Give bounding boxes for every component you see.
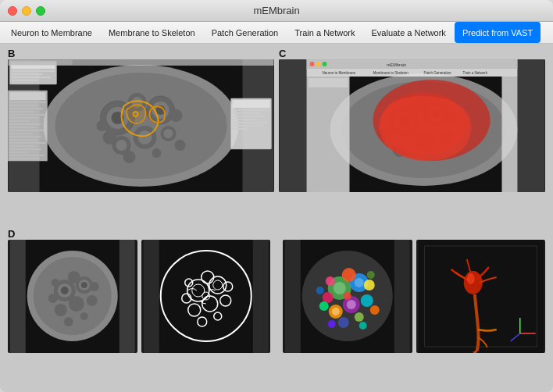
svg-point-18 bbox=[164, 129, 173, 138]
panel-d-sub-2 bbox=[141, 240, 271, 353]
svg-rect-43 bbox=[9, 91, 48, 161]
svg-rect-28 bbox=[12, 70, 55, 72]
svg-point-121 bbox=[64, 317, 73, 326]
svg-rect-56 bbox=[10, 136, 41, 137]
svg-point-115 bbox=[68, 271, 80, 283]
svg-marker-143 bbox=[285, 240, 301, 353]
svg-point-164 bbox=[334, 282, 346, 294]
svg-rect-103 bbox=[503, 88, 512, 90]
panel-b: B bbox=[8, 50, 274, 226]
svg-point-155 bbox=[355, 312, 364, 322]
svg-rect-39 bbox=[233, 119, 256, 120]
svg-text:Membrane to Skeleton: Membrane to Skeleton bbox=[373, 71, 409, 75]
svg-text:Neuron to Membrane: Neuron to Membrane bbox=[323, 71, 356, 75]
svg-rect-35 bbox=[233, 100, 270, 108]
svg-point-161 bbox=[344, 292, 351, 300]
svg-rect-29 bbox=[12, 73, 43, 75]
svg-point-151 bbox=[361, 294, 373, 307]
svg-rect-95 bbox=[309, 89, 348, 91]
panel-d: D bbox=[8, 230, 545, 387]
svg-point-19 bbox=[170, 109, 183, 122]
svg-rect-168 bbox=[418, 240, 543, 353]
svg-marker-66 bbox=[518, 59, 545, 192]
svg-rect-96 bbox=[309, 92, 340, 94]
svg-point-157 bbox=[319, 301, 329, 311]
panel-d-inner bbox=[8, 240, 545, 353]
svg-point-153 bbox=[323, 292, 334, 303]
svg-marker-105 bbox=[10, 240, 26, 353]
traffic-lights bbox=[8, 6, 45, 16]
svg-point-163 bbox=[367, 271, 375, 279]
svg-rect-93 bbox=[307, 77, 350, 192]
svg-point-4 bbox=[55, 73, 227, 179]
svg-point-160 bbox=[359, 322, 367, 330]
window-title: mEMbrain bbox=[253, 5, 299, 16]
svg-marker-106 bbox=[120, 240, 135, 353]
svg-rect-30 bbox=[12, 77, 51, 78]
svg-point-86 bbox=[323, 62, 327, 66]
svg-point-114 bbox=[81, 282, 87, 288]
svg-text:Patch Generation: Patch Generation bbox=[424, 71, 452, 75]
panel-b-label: B bbox=[8, 48, 15, 59]
svg-rect-41 bbox=[233, 125, 262, 127]
svg-point-148 bbox=[342, 268, 356, 282]
panel-d-sub-3 bbox=[283, 240, 412, 353]
svg-point-14 bbox=[138, 130, 152, 144]
svg-rect-54 bbox=[10, 130, 45, 131]
svg-rect-62 bbox=[10, 155, 45, 156]
panel-c-label: C bbox=[279, 48, 286, 59]
svg-point-158 bbox=[370, 305, 380, 315]
svg-rect-38 bbox=[233, 116, 266, 117]
svg-point-85 bbox=[316, 62, 321, 66]
svg-rect-94 bbox=[309, 78, 348, 87]
panel-d-sub-1 bbox=[8, 240, 137, 353]
svg-rect-100 bbox=[503, 79, 517, 80]
menu-bar: Neuron to Membrane Membrane to Skeleton … bbox=[0, 22, 553, 44]
maximize-button[interactable] bbox=[36, 6, 45, 16]
svg-point-156 bbox=[326, 276, 335, 286]
svg-point-152 bbox=[364, 280, 375, 290]
svg-point-166 bbox=[347, 300, 356, 309]
svg-rect-52 bbox=[10, 123, 41, 125]
svg-point-84 bbox=[310, 62, 315, 66]
minimize-button[interactable] bbox=[22, 6, 31, 16]
svg-rect-53 bbox=[10, 127, 36, 128]
menu-item-predict-from-vast[interactable]: Predict from VAST bbox=[455, 22, 541, 43]
svg-rect-58 bbox=[10, 142, 46, 144]
close-button[interactable] bbox=[8, 6, 17, 16]
svg-point-167 bbox=[332, 308, 340, 315]
svg-rect-51 bbox=[10, 120, 30, 122]
svg-rect-57 bbox=[10, 139, 37, 141]
menu-item-membrane-to-skeleton[interactable]: Membrane to Skeleton bbox=[101, 22, 203, 43]
panel-b-image bbox=[8, 59, 274, 192]
panel-c: C bbox=[279, 50, 545, 226]
menu-item-patch-generation[interactable]: Patch Generation bbox=[204, 22, 287, 43]
svg-marker-126 bbox=[252, 240, 268, 353]
svg-point-122 bbox=[80, 312, 88, 320]
svg-marker-65 bbox=[280, 59, 307, 192]
svg-rect-49 bbox=[10, 114, 45, 116]
svg-rect-83 bbox=[307, 59, 518, 69]
svg-rect-59 bbox=[10, 145, 35, 147]
svg-text:mEMbrain: mEMbrain bbox=[387, 62, 406, 67]
menu-item-evaluate-a-network[interactable]: Evaluate a Network bbox=[363, 22, 453, 43]
svg-rect-60 bbox=[10, 148, 41, 150]
svg-marker-144 bbox=[394, 240, 410, 353]
svg-rect-37 bbox=[233, 112, 260, 114]
panel-c-image: mEMbrain Neuron to Membrane Membrane to … bbox=[279, 59, 545, 192]
menu-item-neuron-to-membrane[interactable]: Neuron to Membrane bbox=[3, 22, 100, 43]
svg-rect-50 bbox=[10, 117, 40, 119]
svg-rect-98 bbox=[309, 98, 336, 100]
menu-item-train-a-network[interactable]: Train a Network bbox=[287, 22, 362, 43]
svg-point-23 bbox=[152, 148, 162, 158]
svg-rect-33 bbox=[10, 60, 73, 65]
svg-rect-47 bbox=[10, 108, 43, 109]
main-content: B bbox=[0, 44, 553, 392]
svg-point-20 bbox=[103, 130, 117, 144]
svg-rect-63 bbox=[10, 158, 40, 159]
svg-rect-99 bbox=[502, 77, 518, 192]
svg-point-119 bbox=[90, 282, 99, 291]
svg-point-16 bbox=[116, 140, 127, 151]
svg-point-154 bbox=[338, 317, 349, 328]
svg-point-162 bbox=[316, 287, 324, 294]
